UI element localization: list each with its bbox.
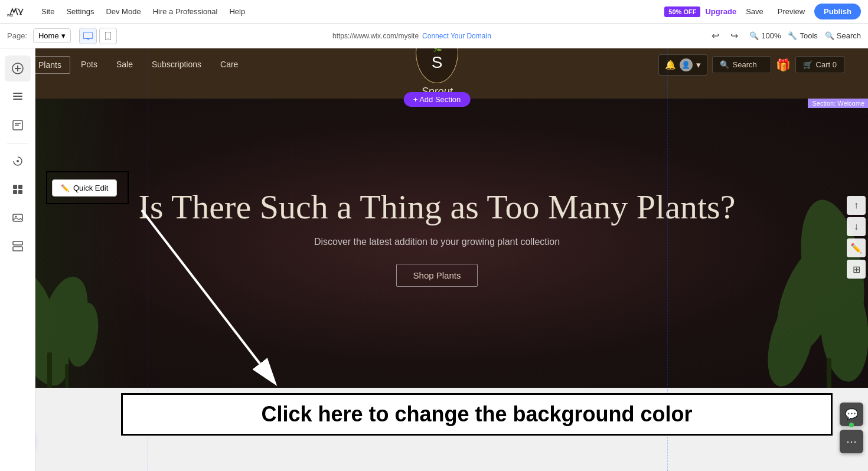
mobile-view-button[interactable] <box>99 28 117 44</box>
sidebar-blog-icon[interactable] <box>5 112 31 138</box>
notifications-icon-group[interactable]: 🔔 👤 ▾ <box>658 54 707 76</box>
svg-point-21 <box>15 216 17 218</box>
nav-care[interactable]: Care <box>212 56 246 74</box>
upgrade-button[interactable]: Upgrade <box>705 7 736 16</box>
online-indicator <box>849 423 854 427</box>
svg-rect-28 <box>47 352 52 388</box>
svg-rect-22 <box>13 241 22 245</box>
nav-search-label: Search <box>733 60 757 69</box>
sidebar-themes-icon[interactable] <box>5 148 31 174</box>
edit-icon: ✏️ <box>61 184 70 192</box>
cart-button[interactable]: 🛒 Cart 0 <box>795 56 844 73</box>
promo-badge: 50% OFF <box>664 6 700 17</box>
page-name: Home <box>38 31 59 40</box>
bottom-right-tools: 💬 ⋯ <box>840 403 863 453</box>
zoom-icon: 🔍 <box>749 31 759 40</box>
nav-search-bar[interactable]: 🔍 Search <box>712 56 771 73</box>
desktop-view-button[interactable] <box>79 28 97 44</box>
menu-settings[interactable]: Settings <box>60 0 100 24</box>
svg-rect-11 <box>13 99 22 100</box>
chevron-down-icon: ▾ <box>696 60 701 70</box>
svg-rect-19 <box>18 190 22 194</box>
tooltip-box: Click here to change the background colo… <box>121 393 833 436</box>
svg-rect-23 <box>13 247 22 251</box>
svg-rect-20 <box>13 214 22 221</box>
sidebar-add-icon[interactable] <box>5 55 31 81</box>
bell-icon: 🔔 <box>665 60 676 70</box>
preview-button[interactable]: Preview <box>773 7 810 16</box>
undo-button[interactable]: ↩ <box>707 28 723 44</box>
cart-label: Cart 0 <box>816 60 837 69</box>
publish-button[interactable]: Publish <box>814 4 861 19</box>
nav-plants[interactable]: Plants <box>30 56 70 74</box>
sidebar-media-icon[interactable] <box>5 205 31 231</box>
sidebar-apps-icon[interactable] <box>5 176 31 202</box>
search-icon: 🔍 <box>720 60 729 69</box>
second-toolbar: Page: Home ▾ https://www.wix.com/mysite … <box>0 24 868 48</box>
menu-help[interactable]: Help <box>223 0 251 24</box>
wix-logo[interactable]: wix <box>7 2 26 21</box>
more-options-button[interactable]: ⋯ <box>840 430 863 453</box>
pen-tool-button[interactable]: ✏️ <box>847 238 866 257</box>
scroll-up-button[interactable]: ↑ <box>847 196 866 215</box>
site-url: https://www.wix.com/mysite <box>332 32 419 40</box>
chevron-down-icon: ▾ <box>61 31 66 40</box>
chat-button[interactable]: 💬 <box>840 403 863 426</box>
svg-point-5 <box>107 38 109 39</box>
svg-point-15 <box>17 160 19 162</box>
svg-point-0 <box>17 8 18 9</box>
gift-icon[interactable]: 🎁 <box>776 58 791 72</box>
undo-redo: ↩ ↪ <box>707 28 742 44</box>
url-bar: https://www.wix.com/mysite Connect Your … <box>123 32 701 40</box>
page-selector[interactable]: Home ▾ <box>33 28 71 43</box>
tools-button[interactable]: 🔧 Tools <box>788 31 817 40</box>
nav-subscriptions[interactable]: Subscriptions <box>143 56 210 74</box>
nav-links: Plants Pots Sale Subscriptions Care <box>30 56 246 74</box>
svg-rect-16 <box>13 185 17 189</box>
svg-text:wix: wix <box>7 12 14 17</box>
cart-icon: 🛒 <box>803 60 812 69</box>
welcome-headline: Is There Such a Thing as Too Many Plants… <box>139 188 736 227</box>
sidebar-divider-1 <box>7 143 28 143</box>
zoom-value: 100% <box>761 31 781 40</box>
view-icons <box>79 28 117 44</box>
nav-pots[interactable]: Pots <box>73 56 106 74</box>
top-menu-bar: wix Site Settings Dev Mode Hire a Profes… <box>0 0 868 24</box>
search-label: Search <box>837 31 861 40</box>
welcome-subtitle: Discover the latest addition to your gro… <box>139 237 736 247</box>
canvas-wrapper: Header Get 15% off your first purchase S… <box>6 4 868 471</box>
svg-rect-34 <box>827 358 831 388</box>
nav-sale[interactable]: Sale <box>108 56 141 74</box>
svg-rect-9 <box>13 93 22 94</box>
svg-rect-18 <box>13 190 17 194</box>
tools-label: Tools <box>800 31 817 40</box>
layout-tool-button[interactable]: ⊞ <box>847 260 866 279</box>
logo-initial: S <box>432 53 443 72</box>
svg-rect-29 <box>65 364 68 388</box>
add-section-button[interactable]: + Add Section <box>404 92 471 107</box>
second-bar-right: ↩ ↪ 🔍 100% 🔧 Tools 🔍 Search <box>707 28 861 44</box>
shop-plants-button[interactable]: Shop Plants <box>396 264 478 287</box>
search-button[interactable]: 🔍 Search <box>825 31 861 40</box>
welcome-content: Is There Such a Thing as Too Many Plants… <box>127 164 748 322</box>
redo-button[interactable]: ↪ <box>726 28 742 44</box>
connect-domain-link[interactable]: Connect Your Domain <box>422 32 491 40</box>
menu-devmode[interactable]: Dev Mode <box>100 0 146 24</box>
nav-right-icons: 🔔 👤 ▾ 🔍 Search 🎁 🛒 Cart 0 <box>658 54 844 76</box>
scroll-down-button[interactable]: ↓ <box>847 217 866 236</box>
left-sidebar <box>0 48 35 471</box>
svg-rect-17 <box>18 185 22 189</box>
welcome-section[interactable]: Is There Such a Thing as Too Many Plants… <box>6 99 868 388</box>
sidebar-sections-icon[interactable] <box>5 233 31 259</box>
tools-icon: 🔧 <box>788 31 797 40</box>
menu-site[interactable]: Site <box>35 0 60 24</box>
svg-rect-10 <box>13 96 22 97</box>
page-label: Page: <box>7 31 27 40</box>
menu-hire[interactable]: Hire a Professional <box>147 0 224 24</box>
quick-edit-button[interactable]: ✏️ Quick Edit <box>52 179 117 197</box>
sidebar-pages-icon[interactable] <box>5 84 31 110</box>
save-button[interactable]: Save <box>741 7 768 16</box>
zoom-level: 🔍 100% <box>749 31 781 40</box>
top-right-actions: 50% OFF Upgrade Save Preview Publish <box>664 4 861 19</box>
quick-edit-label: Quick Edit <box>73 184 108 192</box>
